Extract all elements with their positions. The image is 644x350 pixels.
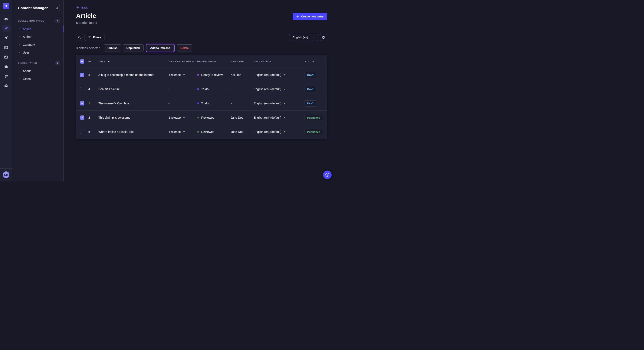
help-button[interactable]: ?: [323, 171, 332, 179]
table-row[interactable]: 5 What's inside a Black Hole 1 release R…: [76, 125, 327, 139]
settings-icon[interactable]: [2, 82, 10, 89]
delete-button[interactable]: Delete: [177, 44, 192, 51]
table-row[interactable]: 1 The internet's Own boy - To do - Engli…: [76, 96, 327, 110]
cloud-icon[interactable]: [2, 63, 10, 70]
strapi-logo[interactable]: [3, 3, 9, 9]
cell-assignee: -: [231, 87, 254, 91]
status-badge: Published: [304, 129, 323, 135]
section-count-badge: 4: [55, 19, 60, 23]
nav-icon-list: [2, 15, 10, 89]
sidebar-item-user[interactable]: User: [12, 48, 64, 56]
status-badge: Draft: [304, 100, 316, 107]
cell-review-stage: To do: [197, 102, 231, 105]
indeterminate-dash-icon: [81, 61, 83, 62]
column-header-id: ID: [88, 60, 98, 63]
entries-count: 5 entries found: [76, 21, 327, 24]
chevron-down-icon: [284, 117, 285, 118]
row-checkbox[interactable]: [80, 101, 84, 105]
cell-id: 2: [88, 116, 98, 119]
column-header-available-in: AVAILABLE IN: [254, 60, 304, 63]
content-type-builder-icon[interactable]: [2, 53, 10, 61]
cell-assignee: Jane Doe: [231, 116, 254, 119]
toolbar: Filters English (en): [76, 34, 327, 41]
user-avatar[interactable]: KD: [3, 172, 9, 178]
chevron-down-icon: [284, 103, 285, 104]
row-checkbox[interactable]: [80, 87, 84, 91]
view-settings-icon[interactable]: [320, 34, 327, 41]
chevron-down-icon: [313, 37, 315, 38]
cell-id: 1: [88, 102, 98, 105]
cell-available-in[interactable]: English (en) (default): [254, 73, 304, 77]
table-row[interactable]: 4 Beautiful picture - To do - English (e…: [76, 82, 327, 96]
bullet-icon: [20, 71, 20, 71]
sidebar-item-article[interactable]: Article: [12, 25, 64, 33]
plus-icon: [296, 15, 299, 18]
chevron-down-icon: [183, 117, 185, 118]
cell-available-in[interactable]: English (en) (default): [254, 130, 304, 134]
bullet-icon: [20, 36, 20, 37]
stage-dot: [197, 74, 199, 76]
table-header-row: ID TITLE TO BE RELEASED IN REVIEW STAGE …: [76, 55, 327, 68]
bullet-icon: [20, 78, 20, 79]
cell-review-stage: To do: [197, 87, 231, 91]
row-checkbox[interactable]: [80, 73, 84, 77]
main-content: Back Article 5 entries found Create new …: [64, 0, 334, 181]
table-row[interactable]: 3 A bug is becoming a meme on the intern…: [76, 68, 327, 82]
cell-release-dropdown[interactable]: 1 release: [168, 73, 197, 77]
marketplace-icon[interactable]: [2, 72, 10, 80]
cell-title: Beautiful picture: [98, 87, 168, 91]
locale-select[interactable]: English (en): [289, 34, 318, 41]
sidebar-item-about[interactable]: About: [12, 67, 64, 75]
status-badge: Draft: [304, 72, 316, 78]
row-checkbox[interactable]: [80, 116, 84, 120]
main-nav-rail: KD: [0, 0, 12, 181]
stage-dot: [197, 88, 199, 90]
content-manager-subnav: Content Manager COLLECTION TYPES 4 Artic…: [12, 0, 64, 181]
sidebar-item-global[interactable]: Global: [12, 75, 64, 83]
select-all-checkbox[interactable]: [80, 59, 84, 64]
logo-area: [0, 0, 12, 12]
app-window: KD Content Manager COLLECTION TYPES 4 Ar…: [0, 0, 334, 181]
row-checkbox[interactable]: [80, 130, 84, 134]
page-title: Article: [76, 12, 327, 19]
home-icon[interactable]: [2, 15, 10, 22]
releases-icon[interactable]: [2, 34, 10, 41]
sidebar-item-category[interactable]: Category: [12, 41, 64, 48]
unpublish-button[interactable]: Unpublish: [123, 44, 144, 51]
search-icon[interactable]: [54, 5, 60, 11]
stage-dot: [197, 117, 199, 118]
bullet-icon: [20, 44, 20, 45]
question-mark-icon: ?: [326, 173, 329, 177]
publish-button[interactable]: Publish: [104, 44, 121, 51]
column-header-assignee: ASSIGNEE: [231, 60, 254, 63]
column-header-release: TO BE RELEASED IN: [168, 60, 197, 63]
add-to-release-button[interactable]: Add to Release: [146, 44, 174, 51]
cell-release-dropdown[interactable]: 1 release: [168, 116, 197, 119]
media-library-icon[interactable]: [2, 44, 10, 51]
cell-release-dropdown[interactable]: 1 release: [168, 130, 197, 134]
cell-title: What's inside a Black Hole: [98, 130, 168, 134]
column-header-title[interactable]: TITLE: [98, 60, 168, 63]
bullet-icon: [20, 28, 20, 29]
section-collection-types: COLLECTION TYPES 4: [12, 19, 64, 23]
divider: [18, 14, 23, 14]
cell-review-stage: Reviewed: [197, 116, 231, 119]
cell-available-in[interactable]: English (en) (default): [254, 116, 304, 119]
chevron-down-icon: [284, 131, 285, 133]
create-new-entry-button[interactable]: Create new entry: [292, 13, 327, 20]
filters-button[interactable]: Filters: [84, 34, 105, 41]
section-label: SINGLE TYPES: [18, 62, 37, 64]
content-manager-icon[interactable]: [2, 25, 10, 32]
bullet-icon: [20, 52, 20, 53]
search-icon[interactable]: [76, 34, 83, 41]
chevron-down-icon: [284, 89, 285, 90]
status-badge: Draft: [304, 86, 316, 92]
check-icon: [81, 117, 84, 119]
sidebar-item-author[interactable]: Author: [12, 33, 64, 41]
cell-available-in[interactable]: English (en) (default): [254, 102, 304, 105]
cell-available-in[interactable]: English (en) (default): [254, 87, 304, 91]
table-row[interactable]: 2 This shrimp is awesome 1 release Revie…: [76, 110, 327, 125]
sort-asc-icon: [108, 61, 110, 62]
back-link[interactable]: Back: [76, 6, 88, 9]
stage-dot: [197, 131, 199, 133]
